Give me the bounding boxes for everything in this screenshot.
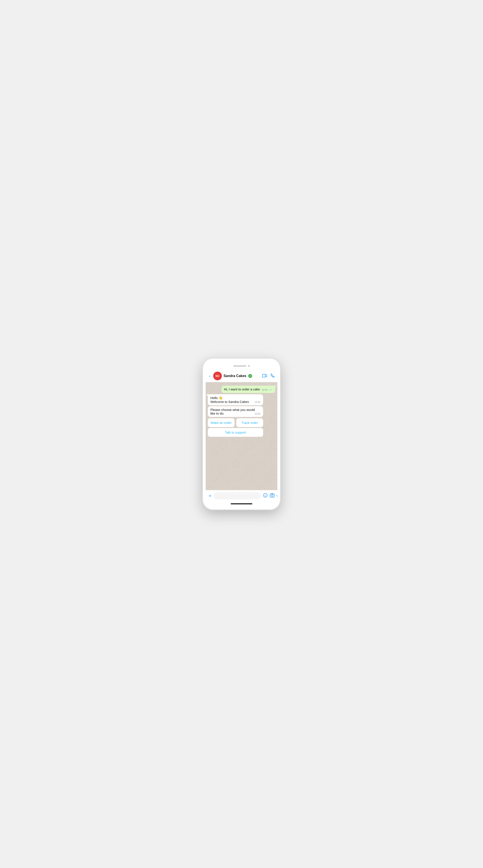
avatar: SC <box>213 372 222 380</box>
sticker-icon[interactable] <box>263 493 267 499</box>
input-bar: + <box>206 490 277 501</box>
svg-point-5 <box>271 495 273 497</box>
video-call-icon[interactable] <box>262 374 267 378</box>
home-indicator <box>206 501 277 507</box>
contact-info: Sandra Cakes <box>224 374 260 378</box>
contact-name: Sandra Cakes <box>224 374 247 378</box>
make-order-button[interactable]: Make an order <box>208 418 235 427</box>
sent-message-time: 12:01 ✓✓ <box>262 388 273 391</box>
received-time-2: 12:01 <box>254 412 260 415</box>
phone-device: ‹ SC Sandra Cakes <box>203 358 280 510</box>
microphone-icon[interactable] <box>277 493 277 499</box>
notch-dot <box>248 365 250 367</box>
chat-header: ‹ SC Sandra Cakes <box>206 370 277 382</box>
verified-badge <box>248 374 252 378</box>
talk-to-support-button[interactable]: Talk to support <box>208 428 263 437</box>
received-choose-text: Please choose what you would like to do: <box>210 408 255 415</box>
received-welcome-text: Welcome to Sandra Cakes 12:01 <box>210 400 260 404</box>
received-greeting-bubble: Hello 👋 Welcome to Sandra Cakes 12:01 <box>208 394 263 405</box>
notch-pill <box>233 365 246 367</box>
svg-rect-0 <box>262 374 265 377</box>
header-icons <box>262 373 275 379</box>
svg-point-3 <box>266 495 266 495</box>
received-tail <box>206 394 208 396</box>
action-buttons-row: Make an order Track order <box>208 418 263 427</box>
notch-bar <box>206 361 277 370</box>
sent-message: Hi, I want to order a cake 12:01 ✓✓ <box>221 386 275 393</box>
sent-tail <box>275 386 277 388</box>
message-input[interactable] <box>214 492 261 499</box>
svg-point-2 <box>264 495 265 495</box>
home-bar <box>231 503 252 504</box>
add-attachment-button[interactable]: + <box>209 493 211 499</box>
svg-point-1 <box>263 493 267 497</box>
received-choose-bubble: Please choose what you would like to do:… <box>208 406 263 417</box>
phone-screen: ‹ SC Sandra Cakes <box>206 361 277 507</box>
phone-call-icon[interactable] <box>271 373 275 379</box>
track-order-button[interactable]: Track order <box>236 418 263 427</box>
sent-message-text: Hi, I want to order a cake <box>224 388 260 391</box>
svg-rect-4 <box>270 494 274 497</box>
message-ticks: ✓✓ <box>268 388 273 391</box>
received-message-group: Hello 👋 Welcome to Sandra Cakes 12:01 Pl… <box>208 394 263 437</box>
received-time-1: 12:01 <box>254 401 260 403</box>
camera-icon[interactable] <box>270 493 275 499</box>
back-button[interactable]: ‹ <box>208 373 211 379</box>
received-greeting-text: Hello 👋 <box>210 396 260 400</box>
chat-area: Hi, I want to order a cake 12:01 ✓✓ Hell… <box>206 382 277 490</box>
